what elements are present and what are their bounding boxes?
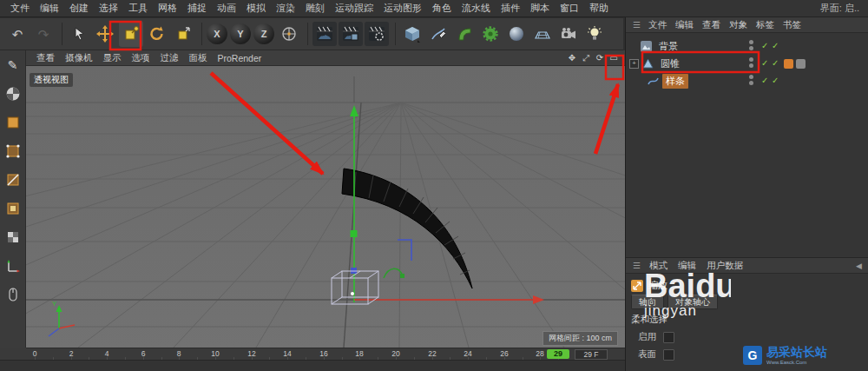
light-icon[interactable] [582, 21, 607, 47]
object-row-spline[interactable]: 样条 ✓ ✓ [628, 73, 867, 89]
expand-toggle-icon[interactable]: + [629, 59, 639, 69]
menu-pipeline[interactable]: 流水线 [457, 2, 496, 15]
om-menu-tags[interactable]: 标签 [752, 19, 779, 31]
axis-mode-icon[interactable] [3, 255, 23, 276]
object-row-background[interactable]: 背景 ✓ ✓ [628, 38, 867, 55]
x-axis-lock-icon[interactable]: X [207, 23, 227, 44]
model-mode-icon[interactable] [3, 112, 23, 133]
mograph-icon[interactable] [478, 21, 503, 47]
visibility-dots[interactable] [749, 40, 753, 50]
attr-tab-mode[interactable]: 模式 [644, 260, 673, 272]
menu-edit[interactable]: 编辑 [35, 2, 64, 15]
menu-create[interactable]: 创建 [64, 2, 94, 15]
live-select-icon[interactable] [67, 21, 91, 47]
visibility-dots[interactable] [749, 75, 753, 85]
menu-script[interactable]: 脚本 [525, 2, 555, 15]
object-axis-option-button[interactable]: 对象轴心 [667, 295, 718, 309]
panel-menu-icon[interactable]: ☰ [629, 20, 644, 30]
menu-render[interactable]: 渲染 [271, 2, 300, 15]
viewport[interactable]: 查看 摄像机 显示 选项 过滤 面板 ProRender ✥ ⤢ ⟳ ▭ 透视视… [26, 50, 625, 348]
collapse-panel-icon[interactable]: ◀ [856, 262, 865, 270]
menu-select[interactable]: 选择 [94, 2, 123, 15]
vp-menu-panel[interactable]: 面板 [184, 52, 213, 64]
texture-mode-icon[interactable] [3, 227, 23, 248]
polygons-mode-icon[interactable] [3, 198, 23, 219]
simulate-icon[interactable] [504, 21, 529, 47]
menu-sculpt[interactable]: 雕刻 [300, 2, 330, 15]
om-menu-edit[interactable]: 编辑 [671, 19, 698, 31]
pen-spline-icon[interactable] [426, 21, 450, 47]
panel-menu-icon[interactable]: ☰ [629, 261, 644, 270]
menu-character[interactable]: 角色 [427, 2, 457, 15]
rotate-tool-icon[interactable] [145, 21, 169, 47]
menu-file[interactable]: 文件 [5, 2, 35, 15]
edges-mode-icon[interactable] [3, 169, 23, 190]
add-cube-icon[interactable] [400, 21, 424, 47]
visibility-dots[interactable] [749, 57, 753, 68]
current-frame-field[interactable]: 29 F [575, 349, 608, 360]
render-picture-viewer-icon[interactable] [339, 22, 363, 46]
vp-menu-filter[interactable]: 过滤 [155, 52, 184, 64]
y-axis-lock-icon[interactable]: Y [230, 23, 251, 44]
enable-check-icon[interactable]: ✓ [772, 76, 779, 85]
current-frame-slider[interactable]: 29 [547, 349, 569, 359]
undo-icon[interactable]: ↶ [5, 21, 30, 47]
om-menu-file[interactable]: 文件 [644, 19, 671, 31]
menu-motion-tracker[interactable]: 运动跟踪 [330, 2, 378, 15]
floor-icon[interactable] [530, 21, 555, 47]
om-menu-bookmarks[interactable]: 书签 [779, 19, 806, 31]
attr-tab-userdata[interactable]: 用户数据 [701, 260, 748, 272]
object-row-cone[interactable]: + 圆锥 ✓ ✓ [628, 56, 867, 72]
om-menu-view[interactable]: 查看 [698, 19, 725, 31]
vp-menu-options[interactable]: 选项 [127, 52, 155, 64]
vp-menu-cameras[interactable]: 摄像机 [60, 52, 98, 64]
bend-deformer-icon[interactable] [452, 21, 477, 47]
texture-ball-icon[interactable] [3, 83, 23, 104]
interface-selector[interactable]: 界面: 启.. [820, 2, 863, 15]
render-to-view-icon[interactable] [312, 22, 337, 46]
last-used-tool-icon[interactable] [171, 21, 195, 47]
scale-tool-icon[interactable] [119, 21, 143, 47]
menu-mesh[interactable]: 网格 [153, 2, 182, 15]
om-menu-objects[interactable]: 对象 [725, 19, 752, 31]
enable-check-icon[interactable]: ✓ [761, 58, 768, 68]
enable-check-icon[interactable]: ✓ [761, 41, 768, 50]
menu-animate[interactable]: 动画 [212, 2, 241, 15]
surface-checkbox[interactable] [663, 349, 674, 361]
toggle-view-icon[interactable]: ▭ [608, 52, 620, 64]
object-name[interactable]: 背景 [655, 39, 681, 54]
object-name[interactable]: 样条 [662, 74, 688, 89]
menu-tools[interactable]: 工具 [123, 2, 153, 15]
menu-mograph[interactable]: 运动图形 [378, 2, 427, 15]
material-tag-icon[interactable] [784, 59, 793, 69]
zoom-icon[interactable]: ⤢ [580, 52, 592, 64]
enable-check-icon[interactable]: ✓ [772, 58, 779, 68]
mouse-icon[interactable] [3, 284, 23, 305]
vp-menu-prorender[interactable]: ProRender [213, 53, 267, 63]
pan-icon[interactable]: ✥ [566, 52, 578, 64]
enable-checkbox[interactable] [663, 332, 674, 343]
timeline-ruler[interactable]: 0 2 4 6 8 10 12 14 16 18 20 22 24 26 28 … [26, 348, 625, 361]
enable-check-icon[interactable]: ✓ [761, 76, 768, 85]
viewport-canvas[interactable]: Y 网格间距 : 100 cm [26, 66, 625, 348]
menu-snap[interactable]: 捕捉 [182, 2, 212, 15]
object-name[interactable]: 圆锥 [657, 56, 683, 71]
move-tool-icon[interactable] [93, 21, 117, 47]
camera-icon[interactable] [556, 21, 581, 47]
attr-tab-edit[interactable]: 编辑 [673, 260, 701, 272]
menu-window[interactable]: 窗口 [555, 2, 584, 15]
axis-option-button[interactable]: 轴向 [631, 295, 664, 309]
render-settings-icon[interactable] [365, 22, 389, 46]
soft-selection-section[interactable]: 柔和选择 [631, 314, 667, 326]
redo-icon[interactable]: ↷ [31, 21, 56, 47]
points-mode-icon[interactable] [3, 141, 23, 162]
vp-menu-display[interactable]: 显示 [98, 52, 127, 64]
coordinate-system-icon[interactable] [277, 21, 301, 47]
y-scale-handle[interactable] [351, 230, 358, 237]
convert-editable-icon[interactable]: ✎ [3, 55, 23, 76]
menu-plugins[interactable]: 插件 [496, 2, 525, 15]
menu-help[interactable]: 帮助 [584, 2, 614, 15]
z-axis-lock-icon[interactable]: Z [253, 23, 274, 44]
phong-tag-icon[interactable] [796, 59, 806, 69]
menu-simulate[interactable]: 模拟 [241, 2, 271, 15]
